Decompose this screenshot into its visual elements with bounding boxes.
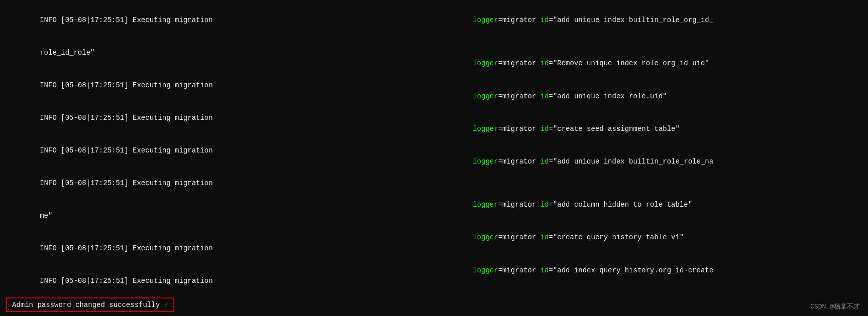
log-info: INFO [05-08|17:25:51] Executing migratio… (40, 81, 212, 89)
log-area: INFO [05-08|17:25:51] Executing migratio… (6, 4, 862, 293)
log-line: INFO [05-08|17:25:51] Executing migratio… (6, 232, 429, 265)
log-key-id: id (540, 266, 549, 274)
log-val-migrator: migrator (502, 125, 540, 133)
log-val-migrator: migrator (502, 233, 540, 241)
log-line: logger=migrator id="add column hidden to… (439, 189, 862, 222)
log-key-id: id (540, 92, 549, 100)
log-key-id: id (540, 157, 549, 166)
log-info: INFO [05-08|17:25:51] Executing migratio… (40, 16, 212, 24)
log-val-migrator: migrator (502, 92, 540, 100)
log-key-id: id (540, 16, 549, 24)
log-info: INFO [05-08|17:25:51] Executing migratio… (40, 179, 212, 187)
log-line: me" (6, 200, 429, 232)
log-info: INFO [05-08|17:25:51] Executing migratio… (40, 244, 212, 252)
log-val-migrator: migrator (502, 16, 540, 24)
log-line: logger=migrator id="Remove unique index … (439, 48, 862, 80)
log-key-logger: logger (473, 233, 498, 241)
log-val-migrator: migrator (502, 59, 540, 67)
log-line: INFO [05-08|17:25:51] Executing migratio… (6, 69, 429, 102)
log-line: logger=migrator id="add index query_hist… (439, 254, 862, 287)
log-key-id: id (540, 233, 549, 241)
log-key-id: id (540, 201, 549, 209)
log-key-id: id (540, 59, 549, 67)
log-info: INFO [05-08|17:25:51] Executing migratio… (40, 146, 212, 154)
log-line-empty (439, 37, 862, 48)
log-key-logger: logger (473, 201, 498, 209)
success-bar: Admin password changed successfully ✓ (6, 297, 174, 312)
log-val-migrator: migrator (502, 157, 540, 166)
log-val-migrator: migrator (502, 266, 540, 274)
log-continuation: me" (40, 212, 52, 220)
log-continuation: role_id_role" (40, 49, 94, 57)
log-val-migrator: migrator (502, 201, 540, 209)
log-line-empty (439, 178, 862, 189)
log-key-logger: logger (473, 157, 498, 166)
log-key-logger: logger (473, 59, 498, 67)
log-key-logger: logger (473, 92, 498, 100)
terminal-window: INFO [05-08|17:25:51] Executing migratio… (0, 0, 868, 316)
log-key-logger: logger (473, 125, 498, 133)
log-line: INFO [05-08|17:25:51] Executing migratio… (6, 167, 429, 200)
log-line: logger=migrator id="add unique index bui… (439, 4, 862, 37)
right-column: logger=migrator id="add unique index bui… (434, 4, 862, 293)
log-line: logger=migrator id="create seed assignme… (439, 113, 862, 145)
log-line: INFO [05-08|17:25:51] Executing migratio… (6, 134, 429, 167)
log-line-empty (439, 287, 862, 293)
watermark: CSDN @杨某不才 (810, 302, 860, 311)
log-line: role_id_role" (6, 37, 429, 69)
log-line: INFO [05-08|17:25:51] Executing migratio… (6, 4, 429, 37)
bottom-row: Admin password changed successfully ✓ (6, 294, 862, 312)
success-message: Admin password changed successfully (12, 301, 160, 309)
checkmark-icon: ✓ (164, 301, 168, 309)
log-line: INFO [05-08|17:25:51] Executing migratio… (6, 102, 429, 134)
log-key-id: id (540, 125, 549, 133)
left-column: INFO [05-08|17:25:51] Executing migratio… (6, 4, 434, 293)
log-key-logger: logger (473, 16, 498, 24)
log-key-logger: logger (473, 266, 498, 274)
log-info: INFO [05-08|17:25:51] Executing migratio… (40, 277, 212, 285)
log-line: logger=migrator id="add unique index rol… (439, 80, 862, 113)
log-line: logger=migrator id="add unique index bui… (439, 145, 862, 178)
log-line: logger=migrator id="create query_history… (439, 222, 862, 254)
log-info: INFO [05-08|17:25:51] Executing migratio… (40, 114, 212, 122)
log-line: INFO [05-08|17:25:51] Executing migratio… (6, 265, 429, 294)
